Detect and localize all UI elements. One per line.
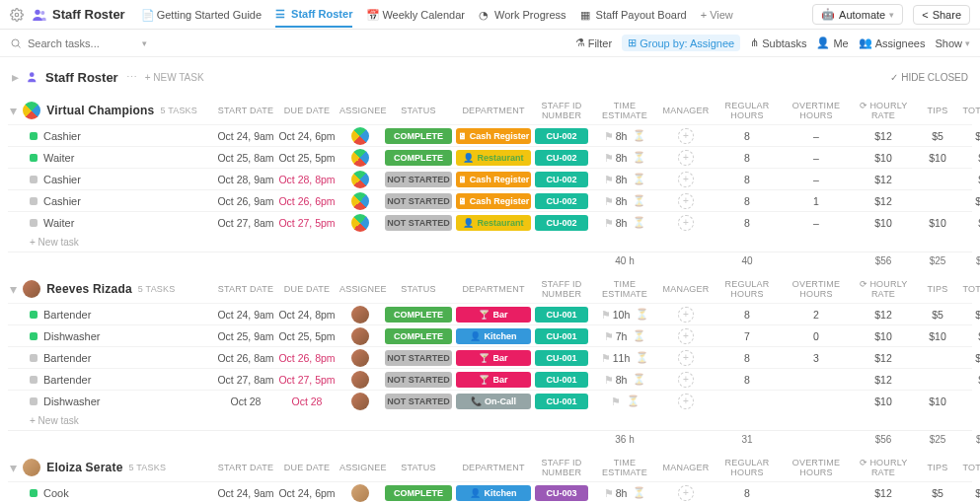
staff-id-pill[interactable]: CU-002 xyxy=(535,193,588,209)
due-date[interactable]: Oct 26, 8pm xyxy=(276,352,338,364)
staff-id-pill[interactable]: CU-001 xyxy=(535,328,588,344)
hourly-rate[interactable]: $10 xyxy=(851,395,916,407)
col-header-regular-hours[interactable]: REGULAR HOURS xyxy=(713,454,782,481)
task-row[interactable]: CashierOct 24, 9amOct 24, 6pmCOMPLETE🖥Ca… xyxy=(8,124,972,146)
start-date[interactable]: Oct 28 xyxy=(215,395,276,407)
group-collapse-icon[interactable]: ▾ xyxy=(10,281,17,297)
hourly-rate[interactable]: $10 xyxy=(851,152,916,164)
status-pill[interactable]: NOT STARTED xyxy=(385,193,452,209)
staff-id-pill[interactable]: CU-002 xyxy=(535,172,588,187)
due-date[interactable]: Oct 24, 8pm xyxy=(276,309,338,321)
col-header-manager[interactable]: MANAGER xyxy=(659,102,713,119)
tips[interactable]: $10 xyxy=(916,217,959,229)
start-date[interactable]: Oct 26, 8am xyxy=(215,352,276,364)
tips[interactable]: $5 xyxy=(916,130,959,142)
assignee-cell[interactable] xyxy=(338,306,383,323)
col-header-total-pay[interactable]: TOTAL PAY xyxy=(959,459,980,476)
status-pill[interactable]: COMPLETE xyxy=(385,128,452,144)
subtasks-button[interactable]: ⋔Subtasks xyxy=(750,36,806,49)
assignee-cell[interactable] xyxy=(338,393,383,410)
regular-hours[interactable]: 8 xyxy=(713,152,782,164)
status-square-icon[interactable] xyxy=(30,376,38,384)
me-button[interactable]: 👤Me xyxy=(816,36,848,49)
overtime-hours[interactable]: – xyxy=(782,174,851,185)
hourly-rate[interactable]: $10 xyxy=(851,330,916,342)
col-header-time-estimate[interactable]: TIME ESTIMATE xyxy=(590,454,659,481)
manager-cell[interactable]: + xyxy=(659,172,713,187)
assignee-cell[interactable] xyxy=(338,171,383,188)
assignee-cell[interactable] xyxy=(338,127,383,145)
tips[interactable]: $10 xyxy=(916,395,959,407)
add-manager-icon[interactable]: + xyxy=(678,485,694,501)
col-header-start-date[interactable]: START DATE xyxy=(215,459,276,476)
start-date[interactable]: Oct 26, 9am xyxy=(215,195,276,207)
new-task-row[interactable]: + New task xyxy=(8,233,972,252)
col-header-total-pay[interactable]: TOTAL PAY xyxy=(959,102,980,119)
hourly-rate[interactable]: $12 xyxy=(851,309,916,321)
department-pill[interactable]: 👤Restaurant xyxy=(456,150,531,166)
time-estimate[interactable]: ⚑7h⏳ xyxy=(590,329,659,342)
col-header-department[interactable]: DEPARTMENT xyxy=(454,459,533,476)
status-square-icon[interactable] xyxy=(30,154,38,162)
manager-cell[interactable]: + xyxy=(659,350,713,366)
task-row[interactable]: WaiterOct 25, 8amOct 25, 5pmCOMPLETE👤Res… xyxy=(8,146,972,168)
new-task-button[interactable]: + NEW TASK xyxy=(145,72,204,83)
overtime-hours[interactable]: 3 xyxy=(782,352,851,364)
status-square-icon[interactable] xyxy=(30,489,38,497)
add-manager-icon[interactable]: + xyxy=(678,307,694,323)
tab-staff-roster[interactable]: ☰Staff Roster xyxy=(275,2,352,28)
staff-id-pill[interactable]: CU-002 xyxy=(535,128,588,144)
status-square-icon[interactable] xyxy=(30,176,38,183)
col-header-status[interactable]: STATUS xyxy=(383,280,454,298)
col-header-department[interactable]: DEPARTMENT xyxy=(454,280,533,298)
task-row[interactable]: CashierOct 28, 9amOct 28, 8pmNOT STARTED… xyxy=(8,168,972,189)
regular-hours[interactable]: 8 xyxy=(713,487,782,499)
status-square-icon[interactable] xyxy=(30,197,38,205)
regular-hours[interactable]: 8 xyxy=(713,309,782,321)
staff-id-pill[interactable]: CU-001 xyxy=(535,394,588,409)
col-header-assignee[interactable]: ASSIGNEE xyxy=(338,102,383,119)
staff-id-pill[interactable]: CU-002 xyxy=(535,150,588,166)
col-header-tips[interactable]: TIPS xyxy=(916,459,959,476)
group-collapse-icon[interactable]: ▾ xyxy=(10,103,17,118)
overtime-hours[interactable]: 2 xyxy=(782,309,851,321)
col-header-manager[interactable]: MANAGER xyxy=(659,280,713,298)
add-manager-icon[interactable]: + xyxy=(678,193,694,209)
assignee-cell[interactable] xyxy=(338,327,383,345)
time-estimate[interactable]: ⚑11h⏳ xyxy=(590,351,659,364)
status-square-icon[interactable] xyxy=(30,332,38,340)
start-date[interactable]: Oct 24, 9am xyxy=(215,309,276,321)
manager-cell[interactable]: + xyxy=(659,215,713,231)
department-pill[interactable]: 🖥Cash Register xyxy=(456,193,531,209)
col-header-time-estimate[interactable]: TIME ESTIMATE xyxy=(590,275,659,303)
col-header-status[interactable]: STATUS xyxy=(383,459,454,476)
col-header-total-pay[interactable]: TOTAL PAY xyxy=(959,280,980,298)
time-estimate[interactable]: ⚑10h⏳ xyxy=(590,308,659,321)
department-pill[interactable]: 🖥Cash Register xyxy=(456,172,531,187)
add-manager-icon[interactable]: + xyxy=(678,372,694,388)
status-square-icon[interactable] xyxy=(30,132,38,140)
department-pill[interactable]: 👤Kitchen xyxy=(456,328,531,344)
col-header-hourly-rate[interactable]: ⟳ HOURLY RATE xyxy=(851,275,916,303)
manager-cell[interactable]: + xyxy=(659,485,713,501)
department-pill[interactable]: 🍸Bar xyxy=(456,307,531,323)
due-date[interactable]: Oct 28, 8pm xyxy=(276,174,338,185)
automate-button[interactable]: 🤖 Automate ▾ xyxy=(812,4,903,25)
col-header-tips[interactable]: TIPS xyxy=(916,280,959,298)
more-icon[interactable]: ⋯ xyxy=(126,71,137,84)
time-estimate[interactable]: ⚑8h⏳ xyxy=(590,173,659,185)
col-header-due-date[interactable]: DUE DATE xyxy=(276,459,338,476)
department-pill[interactable]: 🍸Bar xyxy=(456,350,531,366)
time-estimate[interactable]: ⚑⏳ xyxy=(590,395,659,407)
tab-getting-started-guide[interactable]: 📄Getting Started Guide xyxy=(141,3,262,27)
department-pill[interactable]: 👤Restaurant xyxy=(456,215,531,231)
status-pill[interactable]: NOT STARTED xyxy=(385,394,452,409)
hourly-rate[interactable]: $12 xyxy=(851,487,916,499)
start-date[interactable]: Oct 28, 9am xyxy=(215,174,276,185)
settings-icon[interactable] xyxy=(10,8,24,22)
share-button[interactable]: < Share xyxy=(913,5,970,25)
task-row[interactable]: DishwasherOct 25, 9amOct 25, 5pmCOMPLETE… xyxy=(8,324,972,346)
department-pill[interactable]: 🖥Cash Register xyxy=(456,128,531,144)
collapse-all-icon[interactable]: ▸ xyxy=(12,69,19,85)
due-date[interactable]: Oct 25, 5pm xyxy=(276,330,338,342)
